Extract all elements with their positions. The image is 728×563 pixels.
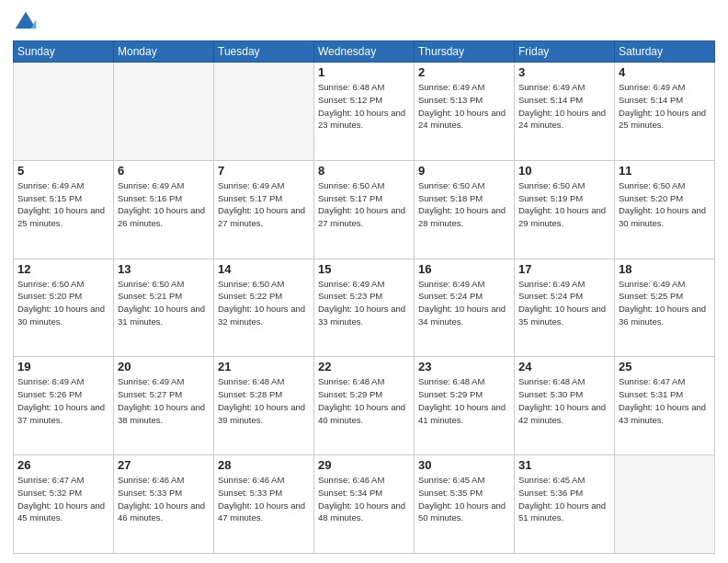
calendar-cell: 22Sunrise: 6:48 AMSunset: 5:29 PMDayligh…: [314, 357, 415, 455]
calendar-cell: 21Sunrise: 6:48 AMSunset: 5:28 PMDayligh…: [214, 357, 314, 455]
sunrise-label: Sunrise: 6:45 AM: [518, 475, 585, 485]
day-number: 19: [17, 360, 109, 373]
sunrise-label: Sunrise: 6:48 AM: [318, 376, 384, 386]
daylight-label: Daylight: 10 hours and 50 minutes.: [418, 500, 506, 523]
day-number: 20: [118, 360, 210, 373]
day-info: Sunrise: 6:49 AMSunset: 5:14 PMDaylight:…: [518, 81, 610, 132]
calendar-cell: 10Sunrise: 6:50 AMSunset: 5:19 PMDayligh…: [515, 160, 615, 259]
calendar-cell: 15Sunrise: 6:49 AMSunset: 5:23 PMDayligh…: [314, 259, 415, 357]
sunset-label: Sunset: 5:17 PM: [218, 193, 282, 203]
calendar-cell: 24Sunrise: 6:48 AMSunset: 5:30 PMDayligh…: [515, 357, 615, 455]
daylight-label: Daylight: 10 hours and 42 minutes.: [518, 402, 606, 425]
day-number: 4: [619, 65, 711, 79]
weekday-header: Saturday: [615, 41, 715, 63]
sunrise-label: Sunrise: 6:50 AM: [418, 180, 484, 190]
day-number: 16: [418, 262, 510, 276]
day-info: Sunrise: 6:49 AMSunset: 5:14 PMDaylight:…: [619, 81, 711, 132]
day-number: 31: [518, 458, 610, 472]
weekday-header: Friday: [515, 41, 615, 63]
day-info: Sunrise: 6:46 AMSunset: 5:33 PMDaylight:…: [218, 474, 310, 524]
sunset-label: Sunset: 5:19 PM: [518, 193, 583, 203]
sunrise-label: Sunrise: 6:49 AM: [418, 82, 484, 92]
sunrise-label: Sunrise: 6:48 AM: [518, 376, 585, 386]
daylight-label: Daylight: 10 hours and 34 minutes.: [418, 304, 506, 327]
sunset-label: Sunset: 5:20 PM: [17, 291, 82, 301]
sunset-label: Sunset: 5:27 PM: [118, 389, 182, 399]
calendar-cell: [114, 63, 214, 161]
calendar-cell: 31Sunrise: 6:45 AMSunset: 5:36 PMDayligh…: [515, 455, 615, 554]
daylight-label: Daylight: 10 hours and 39 minutes.: [218, 402, 305, 425]
day-info: Sunrise: 6:47 AMSunset: 5:31 PMDaylight:…: [619, 375, 711, 426]
sunrise-label: Sunrise: 6:48 AM: [418, 376, 484, 386]
day-number: 27: [118, 458, 210, 472]
logo: [13, 9, 40, 35]
daylight-label: Daylight: 10 hours and 29 minutes.: [518, 205, 606, 228]
sunrise-label: Sunrise: 6:48 AM: [218, 376, 284, 386]
daylight-label: Daylight: 10 hours and 30 minutes.: [17, 304, 105, 327]
sunset-label: Sunset: 5:29 PM: [318, 389, 382, 399]
sunset-label: Sunset: 5:32 PM: [17, 488, 82, 498]
sunrise-label: Sunrise: 6:48 AM: [318, 82, 384, 92]
day-number: 26: [17, 458, 109, 472]
day-number: 11: [619, 164, 711, 178]
calendar-cell: 13Sunrise: 6:50 AMSunset: 5:21 PMDayligh…: [114, 259, 214, 357]
calendar-week-row: 12Sunrise: 6:50 AMSunset: 5:20 PMDayligh…: [14, 259, 715, 357]
sunrise-label: Sunrise: 6:49 AM: [218, 180, 284, 190]
sunset-label: Sunset: 5:29 PM: [418, 389, 483, 399]
daylight-label: Daylight: 10 hours and 27 minutes.: [218, 205, 305, 228]
daylight-label: Daylight: 10 hours and 28 minutes.: [418, 205, 506, 228]
sunset-label: Sunset: 5:14 PM: [518, 95, 583, 105]
weekday-header: Wednesday: [314, 41, 415, 63]
sunset-label: Sunset: 5:28 PM: [218, 389, 282, 399]
sunset-label: Sunset: 5:17 PM: [318, 193, 382, 203]
sunrise-label: Sunrise: 6:47 AM: [619, 376, 685, 386]
day-info: Sunrise: 6:49 AMSunset: 5:27 PMDaylight:…: [118, 375, 210, 426]
day-number: 1: [318, 65, 410, 79]
day-number: 28: [218, 458, 310, 472]
day-number: 9: [418, 164, 510, 178]
day-info: Sunrise: 6:50 AMSunset: 5:18 PMDaylight:…: [418, 179, 510, 230]
calendar-cell: 27Sunrise: 6:46 AMSunset: 5:33 PMDayligh…: [114, 455, 214, 554]
daylight-label: Daylight: 10 hours and 24 minutes.: [418, 108, 506, 131]
sunset-label: Sunset: 5:13 PM: [418, 95, 483, 105]
daylight-label: Daylight: 10 hours and 43 minutes.: [619, 402, 706, 425]
day-number: 18: [619, 262, 711, 276]
day-number: 10: [518, 164, 610, 178]
day-info: Sunrise: 6:45 AMSunset: 5:35 PMDaylight:…: [418, 474, 510, 524]
sunrise-label: Sunrise: 6:46 AM: [318, 475, 384, 485]
day-info: Sunrise: 6:49 AMSunset: 5:17 PMDaylight:…: [218, 179, 310, 230]
calendar-cell: 19Sunrise: 6:49 AMSunset: 5:26 PMDayligh…: [14, 357, 114, 455]
calendar-week-row: 1Sunrise: 6:48 AMSunset: 5:12 PMDaylight…: [14, 63, 715, 161]
sunset-label: Sunset: 5:35 PM: [418, 488, 483, 498]
calendar-cell: [214, 63, 314, 161]
sunrise-label: Sunrise: 6:49 AM: [17, 180, 84, 190]
calendar-cell: 3Sunrise: 6:49 AMSunset: 5:14 PMDaylight…: [515, 63, 615, 161]
day-info: Sunrise: 6:50 AMSunset: 5:17 PMDaylight:…: [318, 179, 410, 230]
weekday-header: Monday: [114, 41, 214, 63]
daylight-label: Daylight: 10 hours and 25 minutes.: [17, 205, 105, 228]
daylight-label: Daylight: 10 hours and 48 minutes.: [318, 500, 405, 523]
daylight-label: Daylight: 10 hours and 51 minutes.: [518, 500, 606, 523]
calendar-cell: 1Sunrise: 6:48 AMSunset: 5:12 PMDaylight…: [314, 63, 415, 161]
sunset-label: Sunset: 5:33 PM: [218, 488, 282, 498]
daylight-label: Daylight: 10 hours and 33 minutes.: [318, 304, 405, 327]
sunset-label: Sunset: 5:16 PM: [118, 193, 182, 203]
day-info: Sunrise: 6:49 AMSunset: 5:16 PMDaylight:…: [118, 179, 210, 230]
calendar-cell: 18Sunrise: 6:49 AMSunset: 5:25 PMDayligh…: [615, 259, 715, 357]
day-number: 8: [318, 164, 410, 178]
day-info: Sunrise: 6:48 AMSunset: 5:29 PMDaylight:…: [418, 375, 510, 426]
day-number: 2: [418, 65, 510, 79]
day-number: 12: [17, 262, 109, 276]
daylight-label: Daylight: 10 hours and 38 minutes.: [118, 402, 205, 425]
sunset-label: Sunset: 5:22 PM: [218, 291, 282, 301]
sunrise-label: Sunrise: 6:49 AM: [118, 180, 184, 190]
sunrise-label: Sunrise: 6:50 AM: [518, 180, 585, 190]
calendar-cell: 11Sunrise: 6:50 AMSunset: 5:20 PMDayligh…: [615, 160, 715, 259]
calendar-cell: 29Sunrise: 6:46 AMSunset: 5:34 PMDayligh…: [314, 455, 415, 554]
day-number: 14: [218, 262, 310, 276]
sunset-label: Sunset: 5:12 PM: [318, 95, 382, 105]
day-info: Sunrise: 6:49 AMSunset: 5:23 PMDaylight:…: [318, 278, 410, 328]
sunset-label: Sunset: 5:25 PM: [619, 291, 683, 301]
calendar-cell: [14, 63, 114, 161]
sunrise-label: Sunrise: 6:50 AM: [318, 180, 384, 190]
